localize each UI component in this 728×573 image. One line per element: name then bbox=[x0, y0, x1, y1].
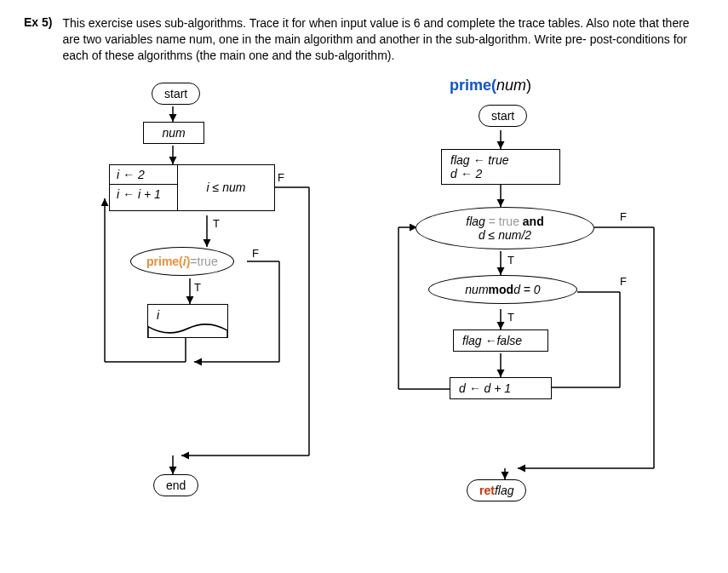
sub-mod-T: T bbox=[507, 311, 514, 324]
sub-init-flag: flag ← true bbox=[450, 153, 508, 167]
inc-d-text: d ← d + 1 bbox=[459, 381, 511, 395]
cond-true: true bbox=[499, 215, 519, 228]
prime-fn-name: prime( bbox=[146, 255, 183, 268]
sub-init: flag ← true d ← 2 bbox=[441, 149, 560, 185]
sub-ret: ret flag bbox=[467, 479, 526, 501]
loop-init: i ← 2 bbox=[110, 165, 177, 185]
loop-step: i ← i + 1 bbox=[110, 185, 177, 203]
sub-mod-F: F bbox=[620, 275, 627, 288]
num-var: num bbox=[162, 126, 185, 140]
sub-start: start bbox=[479, 105, 527, 127]
sub-mod: num mod d = 0 bbox=[428, 275, 577, 304]
main-loop-T: T bbox=[213, 217, 220, 230]
sub-title-arg: num bbox=[496, 77, 526, 94]
arrows-main bbox=[24, 81, 705, 524]
problem-text: This exercise uses sub-algorithms. Trace… bbox=[62, 15, 704, 64]
prime-true: true bbox=[198, 255, 218, 268]
sub-title: prime(num) bbox=[450, 77, 531, 95]
ret-kw: ret bbox=[479, 484, 495, 497]
cond-flag: flag bbox=[466, 215, 485, 228]
set-false-text: flag ←false bbox=[462, 334, 522, 347]
mod-op: mod bbox=[489, 283, 514, 296]
main-prime-F: F bbox=[252, 247, 259, 260]
sub-title-fn: prime( bbox=[450, 77, 496, 94]
prime-eq: = bbox=[190, 255, 197, 268]
main-end: end bbox=[153, 474, 198, 496]
sub-cond-F: F bbox=[620, 210, 627, 223]
flowchart-canvas: start num i ← 2 i ← i + 1 i ≤ num prime(… bbox=[24, 81, 705, 524]
main-loop-F: F bbox=[278, 171, 284, 184]
mod-right: d = 0 bbox=[513, 283, 541, 296]
sub-cond-T: T bbox=[507, 254, 514, 266]
sub-title-close: ) bbox=[526, 77, 531, 94]
mod-left: num bbox=[465, 283, 488, 296]
cond-and: and bbox=[519, 215, 544, 228]
main-prime-T: T bbox=[194, 281, 201, 294]
main-input-num: num bbox=[143, 122, 204, 144]
exercise-label: Ex 5) bbox=[24, 15, 52, 64]
main-output-i: i bbox=[147, 304, 228, 338]
cond-d: d ≤ num/2 bbox=[479, 228, 531, 242]
cond-eq: = bbox=[485, 215, 499, 228]
main-loop-box: i ← 2 i ← i + 1 i ≤ num bbox=[109, 164, 275, 211]
sub-cond: flag = true and d ≤ num/2 bbox=[416, 207, 594, 249]
main-start: start bbox=[152, 83, 200, 105]
ret-var: flag bbox=[495, 484, 514, 497]
output-i-var: i bbox=[157, 308, 159, 322]
sub-init-d: d ← 2 bbox=[450, 167, 482, 180]
main-prime-decision: prime(i) = true bbox=[130, 247, 234, 276]
sub-set-false: flag ←false bbox=[453, 329, 548, 352]
loop-cond: i ≤ num bbox=[207, 180, 246, 194]
sub-inc-d: d ← d + 1 bbox=[450, 377, 552, 399]
